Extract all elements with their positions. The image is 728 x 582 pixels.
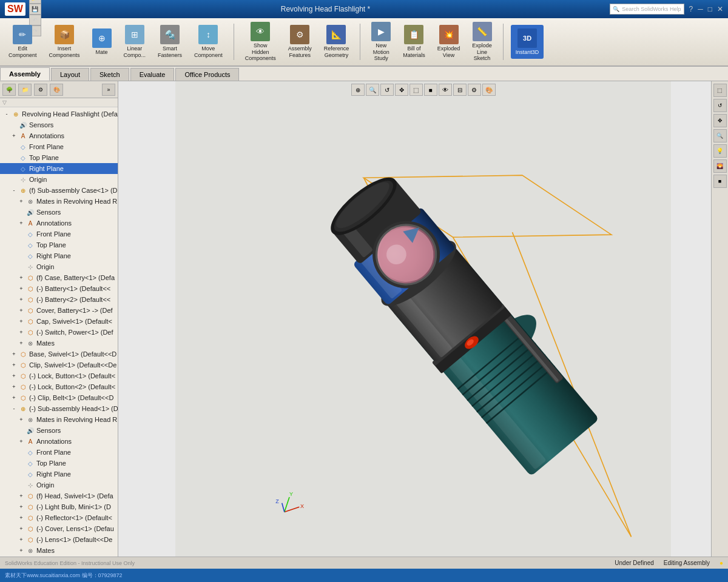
- cap-swivel-toggle[interactable]: +: [17, 317, 25, 326]
- tool-show-hidden[interactable]: 👁 ShowHiddenComponents: [241, 19, 280, 64]
- tree-battery-1[interactable]: + ⬡ (-) Battery<1> (Default<<: [0, 283, 118, 294]
- mates-2-toggle[interactable]: +: [17, 339, 25, 347]
- tree-front-plane-2[interactable]: ◇ Front Plane: [0, 229, 118, 239]
- root-toggle[interactable]: -: [2, 110, 11, 118]
- scene-btn[interactable]: 🌄: [713, 159, 727, 173]
- display-style-btn[interactable]: ■: [424, 84, 437, 96]
- view-orient-btn[interactable]: ⬚: [410, 84, 423, 96]
- help-btn[interactable]: ?: [689, 5, 693, 13]
- tree-head-swivel[interactable]: + ⬡ (f) Head, Swivel<1> (Defa: [0, 490, 118, 501]
- mates-3-toggle[interactable]: +: [17, 546, 25, 555]
- sub-case-toggle[interactable]: -: [10, 186, 18, 195]
- tree-light-bulb[interactable]: + ⬡ (-) Light Bulb, Mini<1> (D: [0, 501, 118, 512]
- tool-insert-components[interactable]: 📦 InsertComponents: [46, 22, 84, 61]
- tree-mates-final[interactable]: + ⊗ Mates: [0, 556, 118, 557]
- rotate-view-btn[interactable]: ↺: [713, 99, 727, 112]
- sub-head-toggle[interactable]: -: [10, 404, 18, 413]
- tree-mates-3[interactable]: + ⊗ Mates: [0, 545, 118, 556]
- tree-mates-revolving-head[interactable]: + ⊗ Mates in Revolving Head R: [0, 414, 118, 425]
- tree-top-plane-3[interactable]: ◇ Top Plane: [0, 458, 118, 469]
- minimize-btn[interactable]: ─: [698, 5, 703, 13]
- tool-assembly-features[interactable]: ⚙ AssemblyFeatures: [285, 22, 315, 61]
- tree-battery-2[interactable]: + ⬡ (-) Battery<2> (Default<<: [0, 294, 118, 305]
- tree-clip-belt[interactable]: + ⬡ (-) Clip, Belt<1> (Default<<D: [0, 392, 118, 403]
- tree-right-plane-2[interactable]: ◇ Right Plane: [0, 250, 118, 261]
- tree-origin-2[interactable]: ⊹ Origin: [0, 261, 118, 272]
- annotations-1-toggle[interactable]: +: [10, 132, 18, 140]
- clip-swivel-toggle[interactable]: +: [10, 361, 18, 369]
- tree-mates-revolving[interactable]: + ⊗ Mates in Revolving Head R: [0, 196, 118, 207]
- panel-collapse-btn[interactable]: »: [102, 84, 115, 96]
- tree-base-swivel[interactable]: + ⬡ Base, Swivel<1> (Default<<D: [0, 349, 118, 360]
- tool-edit-component[interactable]: ✏ EditComponent: [5, 22, 41, 61]
- lock-button-2-toggle[interactable]: +: [10, 383, 18, 391]
- light-bulb-toggle[interactable]: +: [17, 503, 25, 511]
- hide-show-btn[interactable]: 👁: [439, 84, 452, 96]
- panel-tool-display[interactable]: 🎨: [50, 84, 63, 96]
- tree-lens[interactable]: + ⬡ (-) Lens<1> (Default<<De: [0, 534, 118, 545]
- tool-new-motion-study[interactable]: ▶ NewMotionStudy: [368, 19, 394, 64]
- head-swivel-toggle[interactable]: +: [17, 492, 25, 500]
- base-swivel-toggle[interactable]: +: [10, 350, 18, 358]
- zoom-btn[interactable]: 🔍: [366, 84, 379, 96]
- tool-explode-line-sketch[interactable]: 📏 ExplodeLineSketch: [468, 19, 496, 64]
- lights-btn[interactable]: 💡: [713, 144, 727, 158]
- tree-switch-power[interactable]: + ⬡ (-) Switch, Power<1> (Def: [0, 327, 118, 338]
- tree-mates-2[interactable]: + ⊗ Mates: [0, 338, 118, 349]
- zoom-view-btn[interactable]: 🔍: [713, 129, 727, 142]
- tree-reflector[interactable]: + ⬡ (-) Reflector<1> (Default<: [0, 512, 118, 523]
- tree-sensors-1[interactable]: 🔊 Sensors: [0, 119, 118, 130]
- tab-layout[interactable]: Layout: [51, 68, 89, 81]
- tool-move-component[interactable]: ↕ MoveComponent: [190, 22, 226, 61]
- lens-toggle[interactable]: +: [17, 535, 25, 544]
- tree-annotations-2[interactable]: + A Annotations: [0, 218, 118, 229]
- tab-assembly[interactable]: Assembly: [0, 67, 50, 81]
- tree-cap-swivel[interactable]: + ⬡ Cap, Swivel<1> (Default<: [0, 316, 118, 327]
- tree-right-plane-1[interactable]: ◇ Right Plane: [0, 163, 118, 174]
- switch-power-toggle[interactable]: +: [17, 328, 25, 336]
- display-mode-btn[interactable]: ■: [713, 175, 727, 188]
- cover-lens-toggle[interactable]: +: [17, 524, 25, 533]
- tree-case-battery[interactable]: + ⬡ (f) Case, Battery<1> (Defa: [0, 272, 118, 283]
- tree-origin-3[interactable]: ⊹ Origin: [0, 480, 118, 490]
- zoom-fit-btn[interactable]: ⊕: [351, 84, 365, 96]
- tree-front-plane-1[interactable]: ◇ Front Plane: [0, 141, 118, 152]
- mates-revolving-head-toggle[interactable]: +: [17, 415, 25, 424]
- battery-1-toggle[interactable]: +: [17, 284, 25, 293]
- tool-mate[interactable]: ⊕ Mate: [89, 26, 115, 58]
- tree-right-plane-3[interactable]: ◇ Right Plane: [0, 469, 118, 480]
- panel-tool-config[interactable]: ⚙: [34, 84, 47, 96]
- reflector-toggle[interactable]: +: [17, 513, 25, 522]
- mates-revolving-toggle[interactable]: +: [17, 197, 25, 206]
- tree-sensors-3[interactable]: 🔊 Sensors: [0, 425, 118, 436]
- tab-evaluate[interactable]: Evaluate: [130, 68, 175, 81]
- lock-button-1-toggle[interactable]: +: [10, 372, 18, 380]
- tree-top-plane-1[interactable]: ◇ Top Plane: [0, 152, 118, 163]
- 3d-viewport[interactable]: ⊕ 🔍 ↺ ✥ ⬚ ■ 👁 ⊟ ⚙ 🎨: [118, 81, 728, 557]
- tree-sub-case[interactable]: - ⊕ (f) Sub-assembly Case<1> (D: [0, 185, 118, 196]
- tool-exploded-view[interactable]: 💥 ExplodedView: [434, 22, 464, 61]
- battery-2-toggle[interactable]: +: [17, 295, 25, 304]
- maximize-btn[interactable]: □: [708, 5, 712, 13]
- sensors-1-toggle[interactable]: [10, 121, 18, 129]
- tree-annotations-3[interactable]: + A Annotations: [0, 436, 118, 447]
- close-btn[interactable]: ✕: [717, 5, 723, 13]
- pan-btn[interactable]: ✥: [395, 84, 408, 96]
- tree-cover-lens[interactable]: + ⬡ (-) Cover, Lens<1> (Defau: [0, 523, 118, 534]
- panel-tool-tree[interactable]: 🌳: [2, 84, 16, 96]
- tool-instant3d[interactable]: 3D Instant3D: [511, 25, 544, 59]
- search-box[interactable]: 🔍 Search SolidWorks Help: [610, 4, 684, 15]
- clip-belt-toggle[interactable]: +: [10, 393, 18, 402]
- annotations-3-toggle[interactable]: +: [17, 437, 25, 446]
- cover-battery-toggle[interactable]: +: [17, 306, 25, 315]
- pan-view-btn[interactable]: ✥: [713, 114, 727, 127]
- annotations-2-toggle[interactable]: +: [17, 219, 25, 227]
- tree-root[interactable]: - ⊕ Revolving Head Flashlight (Defa: [0, 109, 118, 119]
- panel-tool-folder[interactable]: 📁: [18, 84, 32, 96]
- tree-top-plane-2[interactable]: ◇ Top Plane: [0, 239, 118, 250]
- tree-origin-1[interactable]: ⊹ Origin: [0, 174, 118, 185]
- tool-bill-of-materials[interactable]: 📋 Bill ofMaterials: [399, 22, 429, 61]
- tree-sensors-2[interactable]: 🔊 Sensors: [0, 207, 118, 218]
- section-view-btn[interactable]: ⊟: [453, 84, 467, 96]
- tree-lock-button-2[interactable]: + ⬡ (-) Lock, Button<2> (Default<: [0, 381, 118, 392]
